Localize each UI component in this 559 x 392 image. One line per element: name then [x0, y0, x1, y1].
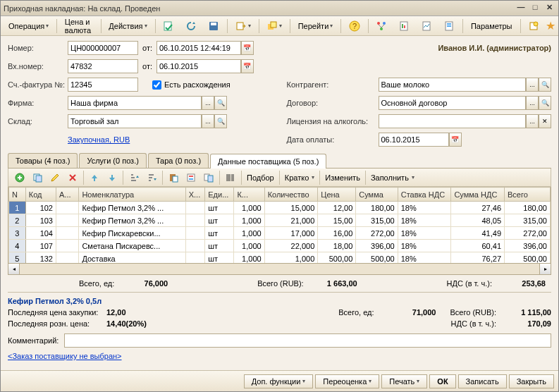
column-header[interactable]: Номенклатура	[79, 188, 185, 202]
datetime-field[interactable]	[156, 41, 241, 55]
tab-services[interactable]: Услуги (0 поз.)	[79, 153, 146, 168]
idate-field[interactable]	[156, 59, 241, 73]
structure-icon[interactable]: ▾	[262, 18, 287, 34]
price-currency-button[interactable]: Цена и валюта	[60, 18, 98, 34]
fill-menu[interactable]: Заполнить ▾	[368, 171, 417, 185]
sort-desc-icon[interactable]	[143, 171, 160, 185]
license-select-button[interactable]: ...	[526, 114, 539, 128]
help-icon[interactable]: ?	[344, 18, 365, 34]
movedown-icon[interactable]	[104, 171, 121, 185]
basedon-icon[interactable]: ▾	[231, 18, 256, 34]
scroll-right-icon[interactable]: ▸	[539, 264, 551, 274]
table-row[interactable]: 5132Доставкашт1,0001,000500,00500,0018%7…	[9, 252, 551, 264]
favorite-icon[interactable]: ★	[546, 19, 555, 32]
paydate-field[interactable]	[379, 133, 449, 147]
column-header[interactable]: К...	[234, 188, 264, 202]
report1-icon[interactable]	[393, 18, 414, 34]
column-header[interactable]: Еди...	[205, 188, 234, 202]
barcode-icon[interactable]	[222, 171, 239, 185]
copy-icon[interactable]	[29, 171, 46, 185]
firm-field[interactable]	[68, 96, 202, 110]
column-header[interactable]: Всего	[505, 188, 551, 202]
counterparty-search-icon[interactable]: 🔍	[539, 78, 551, 92]
minimize-button[interactable]: —	[515, 3, 527, 14]
tab-supplier-data[interactable]: Данные поставщика (5 поз.)	[210, 154, 326, 169]
invoice-field[interactable]	[68, 78, 138, 92]
svg-rect-17	[447, 25, 451, 27]
firm-select-button[interactable]: ...	[202, 96, 214, 110]
maximize-button[interactable]: □	[529, 3, 541, 14]
moveup-icon[interactable]	[86, 171, 103, 185]
license-field[interactable]	[379, 114, 527, 128]
ok-button[interactable]: ОК	[429, 374, 455, 388]
column-header[interactable]: Сумма НДС	[451, 188, 505, 202]
supplier-order-link[interactable]: <Заказ поставщику не выбран>	[8, 352, 122, 360]
svg-rect-29	[208, 176, 213, 182]
tree-icon[interactable]	[371, 18, 392, 34]
counterparty-select-button[interactable]: ...	[526, 78, 539, 92]
column-header[interactable]: Количество	[264, 188, 318, 202]
post-icon[interactable]	[158, 18, 179, 34]
column-header[interactable]: Ставка НДС	[398, 188, 451, 202]
brief-button[interactable]: Кратко ▾	[282, 171, 318, 185]
counterparty-field[interactable]	[379, 78, 527, 92]
cut-icon[interactable]	[183, 171, 199, 185]
inumber-field[interactable]	[68, 59, 138, 73]
change-button[interactable]: Изменить	[322, 171, 363, 185]
paste-icon[interactable]	[165, 171, 182, 185]
contract-field[interactable]	[379, 96, 527, 110]
warehouse-field[interactable]	[68, 114, 202, 128]
firm-search-icon[interactable]: 🔍	[214, 96, 227, 110]
comment-field[interactable]	[64, 333, 551, 348]
close-button[interactable]: Закрыть	[509, 374, 554, 388]
data-grid[interactable]: NКодА...НоменклатураХ...Еди...К...Количе…	[8, 187, 551, 264]
attach-icon[interactable]	[523, 18, 544, 34]
export-icon[interactable]	[200, 171, 217, 185]
calendar-icon-2[interactable]: 📅	[241, 59, 254, 73]
svg-rect-13	[404, 25, 405, 28]
scroll-left-icon[interactable]: ◂	[8, 264, 20, 274]
refresh-icon[interactable]	[180, 18, 202, 34]
currency-link[interactable]: Закупочная, RUB	[68, 135, 130, 144]
tab-containers[interactable]: Тара (0 поз.)	[148, 153, 209, 168]
actions-menu[interactable]: Действия ▾	[104, 18, 152, 34]
contract-search-icon[interactable]: 🔍	[539, 96, 551, 110]
revalue-button[interactable]: Переоценка ▾	[315, 374, 379, 388]
parameters-button[interactable]: Параметры	[466, 18, 517, 34]
save-button[interactable]: Записать	[458, 374, 507, 388]
column-header[interactable]: Х...	[185, 188, 205, 202]
add-icon[interactable]	[11, 171, 28, 185]
delete-icon[interactable]	[64, 171, 81, 185]
warehouse-search-icon[interactable]: 🔍	[214, 114, 227, 128]
report3-icon[interactable]	[438, 18, 460, 34]
horizontal-scrollbar[interactable]: ◂ ▸	[8, 264, 551, 275]
number-field[interactable]	[68, 41, 138, 55]
selection-button[interactable]: Подбор	[244, 171, 277, 185]
operation-menu[interactable]: Операция ▾	[4, 18, 54, 34]
paydate-calendar-icon[interactable]: 📅	[449, 133, 462, 147]
table-row[interactable]: 4107Сметана Пискаревс...шт1,00022,00018,…	[9, 240, 551, 252]
save-icon[interactable]	[203, 18, 224, 34]
column-header[interactable]: Цена	[318, 188, 356, 202]
column-header[interactable]: N	[9, 188, 26, 202]
edit-icon[interactable]	[47, 171, 63, 185]
license-clear-icon[interactable]: ✕	[539, 114, 551, 128]
functions-button[interactable]: Доп. функции ▾	[244, 374, 314, 388]
sort-asc-icon[interactable]	[125, 171, 142, 185]
warehouse-select-button[interactable]: ...	[202, 114, 214, 128]
table-row[interactable]: 2103Кефир Петмол 3,2% ...шт1,00021,00015…	[9, 214, 551, 227]
tab-goods[interactable]: Товары (4 поз.)	[8, 153, 78, 168]
calendar-icon[interactable]: 📅	[241, 41, 254, 55]
table-row[interactable]: 1102Кефир Петмол 3,2% ...шт1,00015,00012…	[9, 202, 551, 214]
discrepancy-checkbox[interactable]: Есть расхождения	[152, 80, 231, 90]
goto-menu[interactable]: Перейти ▾	[293, 18, 338, 34]
column-header[interactable]: А...	[56, 188, 78, 202]
column-header[interactable]: Сумма	[356, 188, 398, 202]
report2-icon[interactable]	[416, 18, 437, 34]
close-window-button[interactable]: ✕	[543, 3, 555, 14]
print-button[interactable]: Печать ▾	[381, 374, 427, 388]
table-row[interactable]: 3104Кефир Пискаревски...шт1,00017,00016,…	[9, 227, 551, 240]
column-header[interactable]: Код	[25, 188, 56, 202]
svg-rect-16	[447, 23, 451, 25]
contract-select-button[interactable]: ...	[526, 96, 539, 110]
